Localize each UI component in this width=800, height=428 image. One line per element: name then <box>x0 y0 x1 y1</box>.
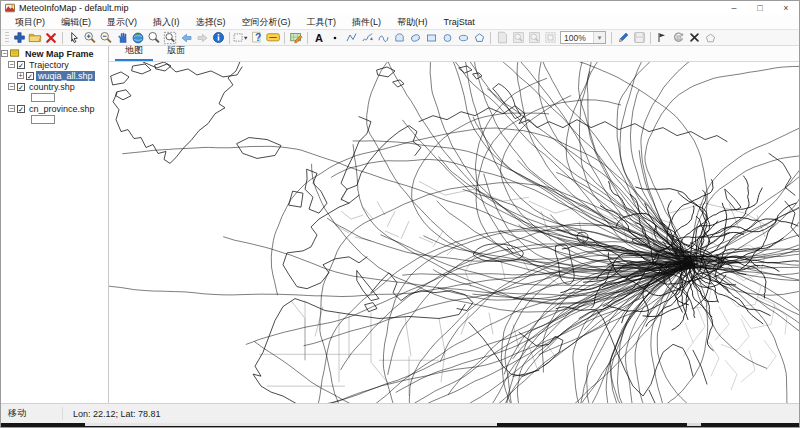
tab-map[interactable]: 地图 <box>115 42 153 61</box>
select-by-rectangle-icon[interactable] <box>233 30 249 45</box>
layer-checkbox[interactable]: ✓ <box>17 61 25 69</box>
delete-graphic-icon[interactable] <box>686 30 702 45</box>
status-coordinates: Lon: 22.12; Lat: 78.81 <box>63 409 161 419</box>
toolbar-separator <box>62 32 63 44</box>
select-arrow-icon[interactable] <box>66 30 82 45</box>
menu-tools[interactable]: 工具(T) <box>299 15 345 29</box>
menu-project[interactable]: 项目(P) <box>7 15 53 29</box>
toolbar-grip <box>5 32 9 44</box>
tree-label[interactable]: country.shp <box>27 82 77 92</box>
map-frame-icon <box>10 49 21 58</box>
app-window: MeteoInfoMap - default.mip – □ × 项目(P) 编… <box>0 0 800 428</box>
map-view[interactable] <box>109 62 799 403</box>
label-icon[interactable] <box>265 30 281 45</box>
title-bar[interactable]: MeteoInfoMap - default.mip – □ × <box>1 1 799 15</box>
tree-node-province-layer[interactable]: − ✓ cn_province.shp <box>1 103 108 114</box>
toolbar-separator <box>229 32 230 44</box>
text-tool-icon[interactable]: A <box>311 30 327 45</box>
collapse-icon[interactable]: − <box>8 61 15 68</box>
zoom-out-layout-icon[interactable] <box>526 30 542 45</box>
country-borders-layer <box>259 181 769 396</box>
tree-node-country-layer[interactable]: − ✓ country.shp <box>1 81 108 92</box>
window-title: MeteoInfoMap - default.mip <box>19 3 129 13</box>
status-mode: 移动 <box>1 407 63 420</box>
oval-tool-icon[interactable] <box>407 30 423 45</box>
toolbar-separator <box>284 32 285 44</box>
minimize-button[interactable]: – <box>721 1 747 15</box>
polyline-tool-icon[interactable] <box>343 30 359 45</box>
open-project-icon[interactable] <box>27 30 43 45</box>
menu-trajstat[interactable]: TrajStat <box>436 15 483 29</box>
rotate-icon[interactable] <box>670 30 686 45</box>
tree-label[interactable]: New Map Frame <box>23 49 96 59</box>
svg-text:?: ? <box>254 32 260 43</box>
point-tool-icon[interactable] <box>327 30 343 45</box>
select-flag-icon[interactable] <box>654 30 670 45</box>
custom-polygon-tool-icon[interactable] <box>471 30 487 45</box>
help-icon[interactable]: ? <box>249 30 265 45</box>
edit-map-icon[interactable] <box>288 30 304 45</box>
toolbar-separator <box>307 32 308 44</box>
menu-insert[interactable]: 插入(I) <box>145 15 188 29</box>
save-icon[interactable] <box>631 30 647 45</box>
tree-node-wuqia-layer[interactable]: + ✓ wuqia_all.shp <box>1 70 108 81</box>
freehand-tool-icon[interactable] <box>359 30 375 45</box>
close-button[interactable]: × <box>773 1 799 15</box>
menu-edit[interactable]: 编辑(E) <box>53 15 99 29</box>
view-tabs: 地图 版面 <box>109 46 799 62</box>
collapse-icon[interactable]: − <box>8 83 15 90</box>
toolbar-separator <box>490 32 491 44</box>
tree-node-map-frame[interactable]: − New Map Frame <box>1 48 108 59</box>
legend-swatch <box>31 115 55 124</box>
legend-swatch <box>31 93 55 102</box>
polygon-tool-icon[interactable] <box>391 30 407 45</box>
legend-item <box>1 114 108 125</box>
tree-node-trajectory-group[interactable]: − ✓ Trajectory <box>1 59 108 70</box>
zoom-level-combo[interactable]: 100% ▾ <box>560 31 606 44</box>
toolbar-separator <box>650 32 651 44</box>
maximize-button[interactable]: □ <box>747 1 773 15</box>
status-bar: 移动 Lon: 22.12; Lat: 78.81 <box>1 403 799 423</box>
chevron-down-icon[interactable]: ▾ <box>593 32 605 43</box>
map-canvas[interactable] <box>109 62 799 403</box>
zoom-in-icon[interactable] <box>82 30 98 45</box>
tree-label[interactable]: Trajectory <box>27 60 71 70</box>
tab-layout[interactable]: 版面 <box>157 42 195 61</box>
add-frame-icon[interactable] <box>11 30 27 45</box>
app-icon <box>5 3 15 13</box>
rectangle-tool-icon[interactable] <box>423 30 439 45</box>
toolbar-separator <box>611 32 612 44</box>
layers-legend-panel: − New Map Frame − ✓ Trajectory + ✓ wuqia… <box>1 46 109 403</box>
ellipse-tool-icon[interactable] <box>455 30 471 45</box>
new-layout-icon[interactable] <box>494 30 510 45</box>
legend-item <box>1 92 108 103</box>
remove-frame-icon[interactable] <box>43 30 59 45</box>
layer-checkbox[interactable]: ✓ <box>17 105 25 113</box>
menu-bar: 项目(P) 编辑(E) 显示(V) 插入(I) 选择(S) 空间分析(G) 工具… <box>1 15 799 29</box>
collapse-icon[interactable]: − <box>1 50 8 57</box>
circle-tool-icon[interactable] <box>439 30 455 45</box>
tree-label[interactable]: wuqia_all.shp <box>36 71 95 81</box>
edit-pencil-icon[interactable] <box>615 30 631 45</box>
menu-selection[interactable]: 选择(S) <box>188 15 234 29</box>
zoom-next-icon[interactable] <box>194 30 210 45</box>
tree-label[interactable]: cn_province.shp <box>27 104 97 114</box>
curve-tool-icon[interactable] <box>375 30 391 45</box>
zoom-in-layout-icon[interactable] <box>510 30 526 45</box>
expand-icon[interactable]: + <box>17 72 24 79</box>
trajectory-layer <box>109 62 799 403</box>
identify-icon[interactable] <box>210 30 226 45</box>
zoom-out-icon[interactable] <box>98 30 114 45</box>
bottom-window-edge <box>1 423 799 427</box>
menu-plugins[interactable]: 插件(L) <box>344 15 389 29</box>
menu-geoprocessing[interactable]: 空间分析(G) <box>234 15 299 29</box>
zoom-level-value: 100% <box>561 33 593 43</box>
polygon-outline-icon[interactable] <box>702 30 718 45</box>
layer-checkbox[interactable]: ✓ <box>26 72 34 80</box>
fit-layout-icon[interactable] <box>542 30 558 45</box>
layer-checkbox[interactable]: ✓ <box>17 83 25 91</box>
menu-help[interactable]: 帮助(H) <box>389 15 436 29</box>
menu-view[interactable]: 显示(V) <box>99 15 145 29</box>
collapse-icon[interactable]: − <box>8 105 15 112</box>
